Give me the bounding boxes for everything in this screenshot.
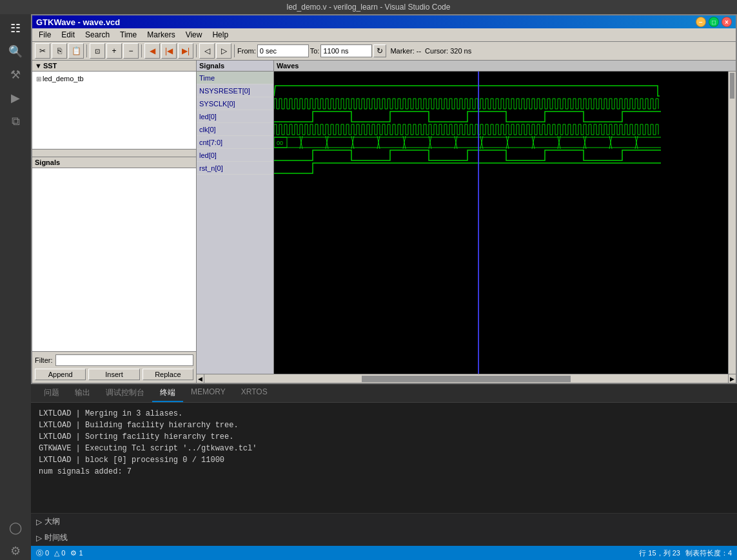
source-control-icon[interactable]: ⚒ xyxy=(6,66,25,84)
sig-led0: led[0] xyxy=(197,110,273,123)
tab-debug-console[interactable]: 调试控制台 xyxy=(98,385,152,402)
zoom-out-button[interactable]: − xyxy=(123,43,139,59)
menu-view[interactable]: View xyxy=(181,29,208,41)
tree-item-led-demo-tb[interactable]: ⊞ led_demo_tb xyxy=(35,74,193,83)
sst-header: ▼ SST xyxy=(32,61,196,72)
gtkwave-title: GTKWave - wave.vcd xyxy=(36,17,120,27)
vscode-titlebar: led_demo.v - verilog_learn - Visual Stud… xyxy=(0,0,737,14)
signals-list[interactable] xyxy=(32,168,196,351)
debug-icon[interactable]: ▶ xyxy=(6,89,25,107)
sst-collapse-icon[interactable]: ▼ xyxy=(35,62,42,70)
zoom-in-button[interactable]: + xyxy=(106,43,122,59)
signals-buttons: Append Insert Replace xyxy=(35,369,193,380)
hscroll-left[interactable]: ◀ xyxy=(197,374,204,383)
append-button[interactable]: Append xyxy=(35,369,86,380)
refresh-button[interactable]: ↻ xyxy=(373,44,386,57)
next-button[interactable]: ▷ xyxy=(216,43,231,59)
minimize-button[interactable]: − xyxy=(696,17,706,27)
gtkwave-body: ▼ SST ⊞ led_demo_tb xyxy=(32,61,736,383)
maximize-button[interactable]: □ xyxy=(709,17,719,27)
status-warnings[interactable]: △ 0 xyxy=(54,549,65,557)
svg-rect-5 xyxy=(274,136,728,149)
menu-markers[interactable]: Markers xyxy=(142,29,180,41)
gtkwave-toolbar: ✂ ⎘ 📋 ⊡ + − ◀ |◀ ▶| ◁ ▷ From: xyxy=(32,42,736,61)
zoom-fit-button[interactable]: ⊡ xyxy=(90,43,105,59)
tree-expander: ⊞ xyxy=(36,75,41,82)
status-errors[interactable]: ⓪ 0 xyxy=(36,548,49,558)
tab-xrtos[interactable]: XRTOS xyxy=(233,385,275,402)
menu-edit[interactable]: Edit xyxy=(56,29,80,41)
outline-expand-icon: ▷ xyxy=(36,517,42,526)
signals-filter: Filter: Append Insert Replace xyxy=(32,351,196,383)
files-icon[interactable]: ☷ xyxy=(6,19,25,37)
extensions-icon[interactable]: ⧉ xyxy=(6,112,25,130)
insert-button[interactable]: Insert xyxy=(88,369,139,380)
waves-vscrollbar[interactable] xyxy=(728,72,736,374)
gtkwave-menubar: File Edit Search Time Markers View Help xyxy=(32,28,736,42)
sidebar-timeline[interactable]: ▷ 时间线 xyxy=(31,530,737,546)
menu-search[interactable]: Search xyxy=(80,29,115,41)
vscrollbar-thumb[interactable] xyxy=(730,73,734,99)
hscroll-right[interactable]: ▶ xyxy=(728,374,736,383)
back-button[interactable]: ◀ xyxy=(144,43,160,59)
marker-end-button[interactable]: ▶| xyxy=(178,43,193,59)
account-icon[interactable]: ◯ xyxy=(6,519,25,537)
sidebar-outline[interactable]: ▷ 大纲 xyxy=(31,514,737,530)
copy-button[interactable]: ⎘ xyxy=(52,43,67,59)
sig-nsysreset: NSYSRESET[0] xyxy=(197,84,273,97)
waves-col-header: Waves xyxy=(274,61,736,71)
sig-led0b: led[0] xyxy=(197,149,273,162)
settings-icon[interactable]: ⚙ xyxy=(6,542,25,560)
tab-memory[interactable]: MEMORY xyxy=(183,385,233,402)
tree-item-label: led_demo_tb xyxy=(43,75,84,82)
titlebar-buttons: − □ × xyxy=(696,17,732,27)
replace-button[interactable]: Replace xyxy=(142,369,193,380)
menu-help[interactable]: Help xyxy=(207,29,233,41)
from-input[interactable] xyxy=(257,44,309,57)
outline-label: 大纲 xyxy=(44,516,60,527)
sig-time: Time xyxy=(197,72,273,84)
tab-problems[interactable]: 问题 xyxy=(36,385,67,402)
cursor-display: Cursor: 320 ns xyxy=(425,47,471,55)
svg-rect-38 xyxy=(274,162,728,175)
sst-scrollbar[interactable] xyxy=(32,149,196,157)
filter-row: Filter: xyxy=(35,354,193,366)
search-icon[interactable]: 🔍 xyxy=(6,43,25,61)
status-encoding[interactable]: 制表符长度：4 xyxy=(685,548,732,558)
status-tasks[interactable]: ⚙ 1 xyxy=(70,549,83,557)
column-headers: Signals Waves xyxy=(197,61,736,72)
sst-tree[interactable]: ⊞ led_demo_tb xyxy=(32,72,196,149)
prev-button[interactable]: ◁ xyxy=(199,43,215,59)
terminal-line-5: num signals added: 7 xyxy=(39,466,729,478)
status-position[interactable]: 行 15，列 23 xyxy=(639,548,680,558)
tab-output[interactable]: 输出 xyxy=(67,385,98,402)
filter-input[interactable] xyxy=(55,354,194,366)
right-waves: Signals Waves Time NSYSRESET[0] SYSCLK[0… xyxy=(197,61,736,383)
hscroll-thumb[interactable] xyxy=(362,376,571,382)
marker-display: Marker: -- xyxy=(390,47,421,55)
menu-file[interactable]: File xyxy=(34,29,56,41)
sig-sysclk: SYSCLK[0] xyxy=(197,97,273,110)
signal-names-col: Time NSYSRESET[0] SYSCLK[0] led[0] clk[0… xyxy=(197,72,274,374)
close-button[interactable]: × xyxy=(722,17,732,27)
bottom-panel: 问题 输出 调试控制台 终端 MEMORY XRTOS LXTLOAD | Me… xyxy=(31,384,737,513)
cut-button[interactable]: ✂ xyxy=(35,43,50,59)
gtkwave-window: GTKWave - wave.vcd − □ × File Edit Searc… xyxy=(31,14,737,384)
terminal-line-3: GTKWAVE | Executing Tcl script '../gtkwa… xyxy=(39,443,729,454)
svg-rect-1 xyxy=(274,84,728,97)
to-input[interactable] xyxy=(320,44,372,57)
hscroll-track[interactable] xyxy=(204,374,728,383)
menu-time[interactable]: Time xyxy=(115,29,142,41)
toolbar-sep2 xyxy=(141,44,142,57)
statusbar-right: 行 15，列 23 制表符长度：4 xyxy=(639,548,732,558)
terminal-line-2: LXTLOAD | Sorting facility hierarchy tre… xyxy=(39,431,729,443)
tab-terminal[interactable]: 终端 xyxy=(152,385,183,402)
sst-panel: ▼ SST ⊞ led_demo_tb xyxy=(32,61,196,157)
waves-svg-area[interactable]: 1 us xyxy=(274,72,728,374)
paste-button[interactable]: 📋 xyxy=(68,43,84,59)
from-field: From: To: ↻ Marker: -- Cursor: 320 ns xyxy=(237,44,471,57)
statusbar: ⓪ 0 △ 0 ⚙ 1 行 15，列 23 制表符长度：4 xyxy=(31,546,737,560)
marker-begin-button[interactable]: |◀ xyxy=(161,43,177,59)
sig-rstn0: rst_n[0] xyxy=(197,162,273,175)
waves-hscrollbar[interactable]: ◀ ▶ xyxy=(197,374,736,383)
